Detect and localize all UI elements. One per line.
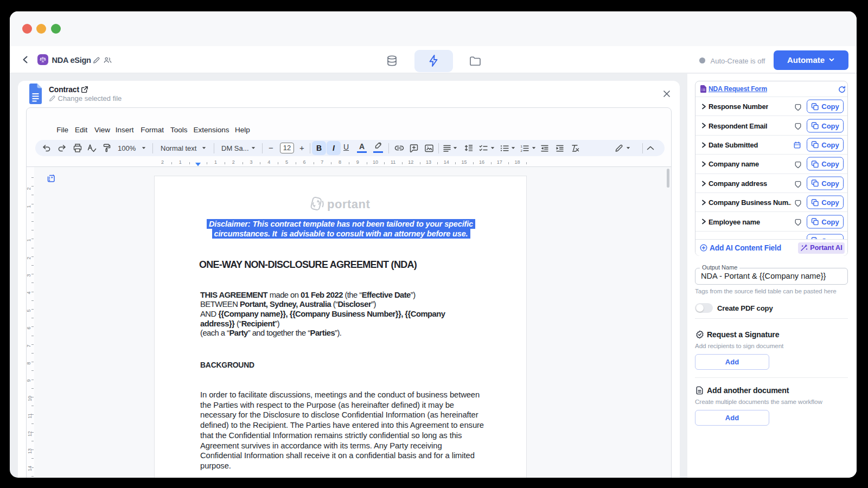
svg-text:2: 2 [521, 149, 523, 151]
svg-text:1: 1 [521, 145, 523, 148]
